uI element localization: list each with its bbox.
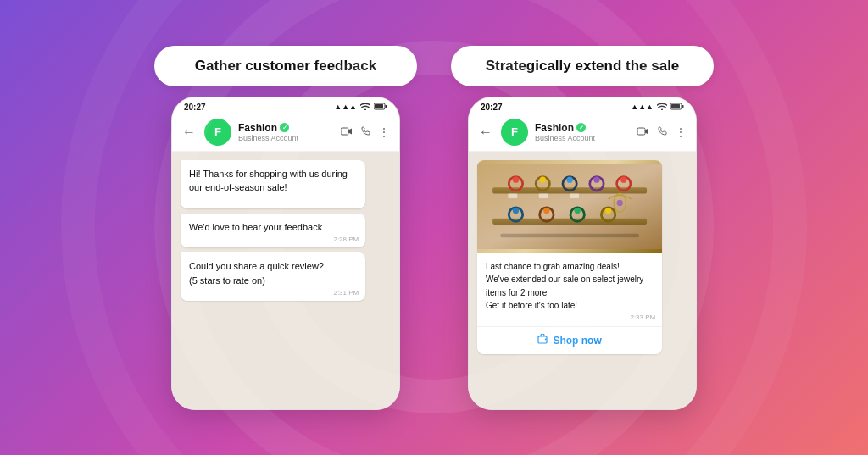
right-contact-info: Fashion ✓ Business Account <box>535 122 631 142</box>
left-more-icon[interactable]: ⋮ <box>379 126 389 138</box>
left-phone-icon[interactable] <box>361 126 370 138</box>
right-media-image <box>477 160 662 253</box>
right-avatar: F <box>501 119 528 146</box>
svg-rect-8 <box>682 105 684 108</box>
left-phone-mockup: 20:27 ▲▲▲ ← F Fashion ✓ Business Accoun <box>171 97 400 410</box>
right-message-time: 2:33 PM <box>630 313 655 323</box>
left-verified-badge: ✓ <box>280 123 289 132</box>
right-back-arrow-icon[interactable]: ← <box>479 125 492 140</box>
svg-rect-36 <box>570 193 579 197</box>
left-chat-body: Hi! Thanks for shopping with us during o… <box>172 152 399 409</box>
right-more-icon[interactable]: ⋮ <box>676 126 686 138</box>
shop-now-button[interactable]: Shop now <box>477 326 662 354</box>
left-battery-icon <box>374 103 387 112</box>
shop-now-label: Shop now <box>553 335 601 347</box>
svg-rect-9 <box>671 104 680 108</box>
svg-point-19 <box>566 176 572 182</box>
left-contact-info: Fashion ✓ Business Account <box>238 122 334 142</box>
svg-point-27 <box>513 207 519 213</box>
svg-rect-35 <box>539 193 548 197</box>
left-wifi-icon <box>360 103 370 112</box>
right-video-icon[interactable] <box>637 126 649 138</box>
svg-rect-37 <box>500 233 639 237</box>
left-contact-name: Fashion ✓ <box>238 122 334 134</box>
svg-rect-5 <box>375 104 383 108</box>
left-header-icons: ⋮ <box>341 126 389 138</box>
right-media-caption: Last chance to grab amazing deals! We've… <box>477 253 662 326</box>
right-media-message: Last chance to grab amazing deals! We've… <box>477 160 662 354</box>
svg-rect-4 <box>386 105 387 108</box>
left-status-icons: ▲▲▲ <box>334 103 387 112</box>
right-contact-name: Fashion ✓ <box>535 122 631 134</box>
right-time: 20:27 <box>481 103 503 112</box>
right-status-icons: ▲▲▲ <box>631 103 684 112</box>
left-back-arrow-icon[interactable]: ← <box>182 125 196 140</box>
svg-rect-10 <box>637 128 645 135</box>
svg-point-17 <box>540 176 546 182</box>
left-message-2-time: 2:28 PM <box>333 235 359 245</box>
right-signal-icon: ▲▲▲ <box>631 103 654 111</box>
right-verified-badge: ✓ <box>576 123 586 132</box>
right-card-container: Strategically extend the sale 20:27 ▲▲▲ … <box>451 46 714 410</box>
svg-point-21 <box>593 176 599 182</box>
right-header-icons: ⋮ <box>637 126 686 138</box>
right-phone-icon[interactable] <box>658 126 667 138</box>
left-card-container: Gather customer feedback 20:27 ▲▲▲ ← F F… <box>154 46 417 410</box>
right-card-title: Strategically extend the sale <box>451 46 714 86</box>
right-chat-body: Last chance to grab amazing deals! We've… <box>469 152 696 409</box>
svg-point-29 <box>543 207 549 213</box>
svg-point-31 <box>575 207 581 213</box>
svg-point-15 <box>513 176 519 182</box>
right-battery-icon <box>670 103 684 112</box>
right-contact-sub: Business Account <box>535 134 631 142</box>
right-wifi-icon <box>657 103 667 112</box>
left-avatar: F <box>204 119 231 146</box>
left-card-title: Gather customer feedback <box>154 46 417 86</box>
left-signal-icon: ▲▲▲ <box>334 103 357 111</box>
svg-rect-34 <box>508 193 517 197</box>
right-chat-header: ← F Fashion ✓ Business Account ⋮ <box>469 114 696 152</box>
left-contact-sub: Business Account <box>238 134 334 142</box>
left-message-2: We'd love to hear your feedback 2:28 PM <box>181 214 365 248</box>
left-time: 20:27 <box>184 103 206 112</box>
left-message-3-time: 2:31 PM <box>333 288 359 298</box>
svg-point-33 <box>605 207 611 213</box>
svg-point-25 <box>617 199 623 205</box>
left-chat-header: ← F Fashion ✓ Business Account ⋮ <box>172 114 399 152</box>
left-message-1: Hi! Thanks for shopping with us during o… <box>181 160 365 208</box>
shop-now-icon <box>537 334 548 347</box>
svg-point-23 <box>620 176 626 182</box>
right-phone-mockup: 20:27 ▲▲▲ ← F Fashion ✓ Business Accoun <box>468 97 697 410</box>
left-message-3: Could you share a quick review?(5 stars … <box>181 252 365 301</box>
right-status-bar: 20:27 ▲▲▲ <box>469 97 696 114</box>
left-video-icon[interactable] <box>341 126 353 138</box>
svg-rect-6 <box>341 128 348 135</box>
left-status-bar: 20:27 ▲▲▲ <box>172 97 399 114</box>
